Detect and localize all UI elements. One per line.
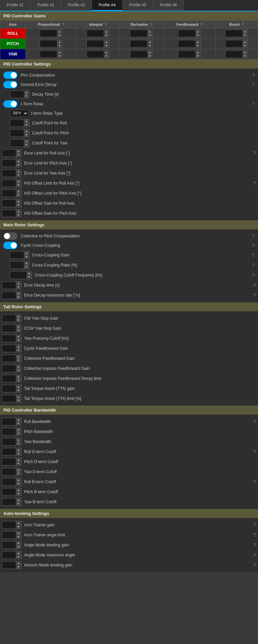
- yaw-b-cutoff-down[interactable]: ▼: [16, 502, 21, 506]
- acro-trainer-angle-help-icon[interactable]: ?: [253, 532, 256, 538]
- error-decay-time-down[interactable]: ▼: [16, 285, 21, 289]
- yaw-proportional-input[interactable]: 70: [40, 51, 57, 57]
- cutoff-yaw-up[interactable]: ▲: [24, 139, 29, 143]
- angle-mode-gain-help-icon[interactable]: ?: [253, 542, 256, 548]
- angle-mode-gain-spinbox[interactable]: 40 ▲ ▼: [2, 541, 21, 549]
- roll-bw-up[interactable]: ▲: [16, 418, 21, 422]
- hsi-offset-gain-roll-spinbox[interactable]: 40 ▲ ▼: [2, 199, 21, 207]
- yaw-bw-spinbox[interactable]: 100 ▲ ▼: [2, 438, 21, 446]
- cutoff-roll-down[interactable]: ▼: [24, 123, 29, 127]
- collective-to-pitch-help-icon[interactable]: ?: [252, 233, 255, 239]
- yaw-boost-up[interactable]: ▲: [242, 50, 248, 54]
- roll-b-cutoff-input[interactable]: 15: [2, 479, 16, 485]
- cutoff-yaw-input[interactable]: 15: [10, 140, 24, 146]
- error-decay-rate-input[interactable]: 20: [2, 292, 16, 298]
- roll-proportional-spinbox[interactable]: 50 ▲ ▼: [40, 29, 62, 37]
- roll-bw-down[interactable]: ▼: [16, 422, 21, 425]
- iterm-relax-help-icon[interactable]: ?: [252, 101, 255, 107]
- angle-mode-max-angle-down[interactable]: ▼: [16, 555, 21, 559]
- tta-limit-spinbox[interactable]: 20 ▲ ▼: [2, 395, 21, 403]
- cutoff-yaw-spinbox[interactable]: 15 ▲ ▼: [10, 139, 29, 147]
- cross-coupling-ratio-help-icon[interactable]: ?: [252, 262, 255, 268]
- error-limit-yaw-down[interactable]: ▼: [16, 173, 21, 177]
- roll-bw-input[interactable]: 50: [2, 419, 16, 425]
- cyclic-ff-gain-input[interactable]: 1: [2, 345, 16, 351]
- pitch-derivative-down[interactable]: ▼: [147, 44, 152, 47]
- hsi-offset-limit-pitch-up[interactable]: ▲: [16, 190, 21, 193]
- angle-mode-gain-down[interactable]: ▼: [16, 545, 21, 549]
- yaw-d-cutoff-spinbox[interactable]: 20 ▲ ▼: [2, 468, 21, 476]
- yaw-bw-up[interactable]: ▲: [16, 438, 21, 442]
- cross-coupling-cutoff-input[interactable]: 15.0: [10, 272, 26, 278]
- error-decay-rate-up[interactable]: ▲: [16, 292, 21, 295]
- ccw-yaw-stop-up[interactable]: ▲: [16, 325, 21, 328]
- yaw-integral-down[interactable]: ▼: [104, 54, 109, 58]
- horizon-mode-gain-down[interactable]: ▼: [16, 565, 21, 569]
- yaw-bw-down[interactable]: ▼: [16, 442, 21, 445]
- acro-trainer-angle-spinbox[interactable]: 20 ▲ ▼: [2, 531, 21, 539]
- hsi-offset-limit-roll-down[interactable]: ▼: [16, 183, 21, 187]
- cross-coupling-cutoff-spinbox[interactable]: 15.0 ▲ ▼: [10, 271, 32, 279]
- roll-feedforward-input[interactable]: 105: [178, 30, 195, 36]
- error-limit-roll-up[interactable]: ▲: [16, 149, 21, 153]
- error-limit-yaw-spinbox[interactable]: 45 ▲ ▼: [2, 169, 21, 177]
- roll-d-cutoff-up[interactable]: ▲: [16, 448, 21, 452]
- error-limit-roll-input[interactable]: 30: [2, 150, 16, 156]
- collective-impulse-ff-decay-spinbox[interactable]: 25 ▲ ▼: [2, 374, 21, 383]
- acro-trainer-gain-help-icon[interactable]: ?: [253, 522, 256, 528]
- pitch-b-cutoff-down[interactable]: ▼: [16, 492, 21, 496]
- hsi-offset-gain-pitch-spinbox[interactable]: 40 ▲ ▼: [2, 209, 21, 217]
- cross-coupling-ratio-spinbox[interactable]: 0 ▲ ▼: [10, 261, 29, 269]
- collective-ff-gain-spinbox[interactable]: 20 ▲ ▼: [2, 354, 21, 362]
- yaw-proportional-up[interactable]: ▲: [57, 50, 62, 54]
- ground-error-decay-toggle[interactable]: [3, 81, 17, 88]
- angle-mode-gain-input[interactable]: 40: [2, 542, 16, 548]
- cutoff-roll-up[interactable]: ▲: [24, 119, 29, 123]
- error-decay-time-spinbox[interactable]: 15 ▲ ▼: [2, 281, 21, 289]
- cross-coupling-ratio-input[interactable]: 0: [10, 262, 24, 268]
- cross-coupling-gain-help-icon[interactable]: ?: [252, 252, 255, 258]
- roll-derivative-up[interactable]: ▲: [147, 30, 152, 33]
- ccw-yaw-stop-spinbox[interactable]: 75 ▲ ▼: [2, 324, 21, 332]
- ground-error-decay-down[interactable]: ▼: [24, 94, 29, 98]
- cw-yaw-stop-spinbox[interactable]: 100 ▲ ▼: [2, 314, 21, 322]
- acro-trainer-gain-down[interactable]: ▼: [16, 525, 21, 529]
- roll-derivative-spinbox[interactable]: 40 ▲ ▼: [130, 29, 153, 37]
- hsi-offset-limit-pitch-spinbox[interactable]: 45 ▲ ▼: [2, 189, 21, 197]
- roll-b-cutoff-down[interactable]: ▼: [16, 482, 21, 486]
- pitch-feedforward-down[interactable]: ▼: [195, 44, 201, 47]
- cross-coupling-ratio-down[interactable]: ▼: [24, 265, 29, 269]
- pitch-derivative-spinbox[interactable]: 50 ▲ ▼: [130, 40, 153, 48]
- pitch-proportional-spinbox[interactable]: 50 ▲ ▼: [40, 40, 62, 48]
- hsi-offset-gain-roll-up[interactable]: ▲: [16, 200, 21, 203]
- roll-proportional-down[interactable]: ▼: [57, 33, 62, 37]
- pitch-integral-spinbox[interactable]: 120 ▲ ▼: [87, 40, 109, 48]
- yaw-derivative-spinbox[interactable]: 45 ▲ ▼: [130, 50, 153, 58]
- roll-b-cutoff-spinbox[interactable]: 15 ▲ ▼: [2, 478, 21, 486]
- pitch-b-cutoff-spinbox[interactable]: 15 ▲ ▼: [2, 488, 21, 496]
- acro-trainer-angle-down[interactable]: ▼: [16, 535, 21, 539]
- pitch-b-cutoff-input[interactable]: 15: [2, 489, 16, 495]
- pitch-d-cutoff-spinbox[interactable]: 15 ▲ ▼: [2, 458, 21, 466]
- cutoff-pitch-up[interactable]: ▲: [24, 129, 29, 133]
- cutoff-pitch-down[interactable]: ▼: [24, 133, 29, 137]
- collective-impulse-ff-decay-down[interactable]: ▼: [16, 379, 21, 382]
- error-limit-roll-down[interactable]: ▼: [16, 153, 21, 157]
- ground-error-decay-up[interactable]: ▲: [24, 91, 29, 94]
- roll-proportional-input[interactable]: 50: [40, 30, 57, 36]
- error-limit-pitch-up[interactable]: ▲: [16, 159, 21, 163]
- cw-yaw-stop-input[interactable]: 100: [2, 315, 16, 321]
- tab-profile-5[interactable]: Profile #5: [123, 0, 153, 11]
- integral-help-icon[interactable]: ?: [105, 22, 107, 26]
- horizon-mode-gain-up[interactable]: ▲: [16, 561, 21, 565]
- acro-trainer-angle-input[interactable]: 20: [2, 532, 16, 538]
- ccw-yaw-stop-down[interactable]: ▼: [16, 328, 21, 332]
- cutoff-yaw-down[interactable]: ▼: [24, 143, 29, 147]
- collective-impulse-ff-gain-down[interactable]: ▼: [16, 368, 21, 372]
- yaw-integral-up[interactable]: ▲: [104, 50, 109, 54]
- cutoff-pitch-input[interactable]: 10: [10, 130, 24, 136]
- hsi-offset-limit-roll-spinbox[interactable]: 45 ▲ ▼: [2, 179, 21, 187]
- hsi-offset-gain-roll-down[interactable]: ▼: [16, 203, 21, 207]
- acro-trainer-angle-up[interactable]: ▲: [16, 531, 21, 535]
- yaw-b-cutoff-up[interactable]: ▲: [16, 498, 21, 502]
